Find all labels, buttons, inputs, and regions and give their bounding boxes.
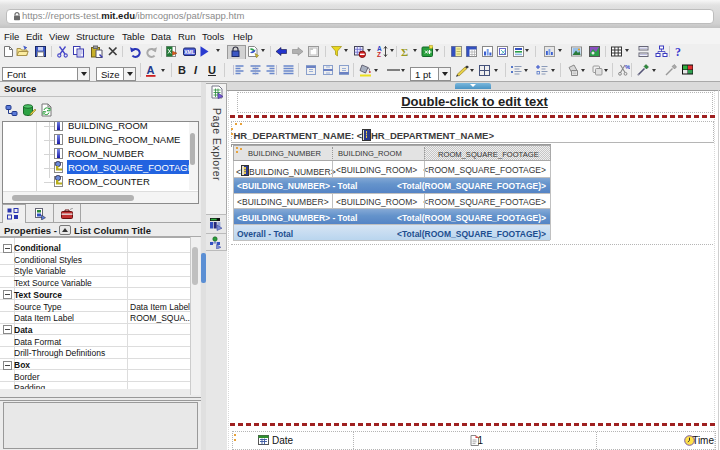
- svg-text:Z: Z: [377, 51, 381, 58]
- svg-text:?: ?: [675, 45, 681, 58]
- svg-text:A: A: [147, 64, 155, 76]
- svg-text:Σ: Σ: [401, 46, 408, 58]
- svg-text:XML: XML: [184, 49, 195, 55]
- svg-text:%: %: [625, 64, 630, 70]
